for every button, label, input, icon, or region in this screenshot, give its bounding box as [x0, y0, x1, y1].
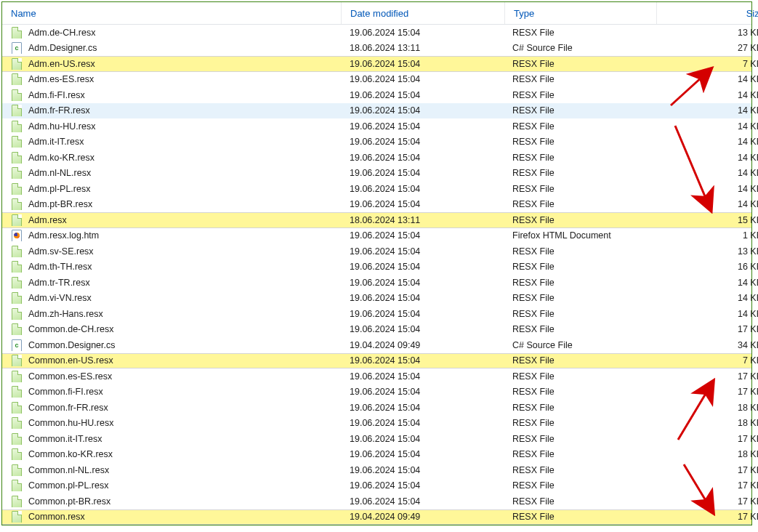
cell-name: Common.pt-BR.resx: [2, 496, 341, 507]
cell-type: RESX File: [504, 512, 655, 522]
cell-date: 19.06.2024 15:04: [341, 278, 504, 288]
cell-name: Adm.sv-SE.resx: [2, 246, 341, 257]
resx-file-icon: [11, 58, 23, 70]
table-row[interactable]: Adm.resx18.06.2024 13:11RESX File15 KB: [2, 212, 751, 228]
file-name: Common.de-CH.resx: [28, 324, 113, 334]
resx-file-icon: [11, 496, 23, 507]
table-row[interactable]: Adm.en-US.resx19.06.2024 15:04RESX File7…: [2, 56, 751, 72]
cell-size: 17 KB: [655, 324, 758, 334]
cell-name: Common.de-CH.resx: [2, 323, 341, 335]
resx-file-icon: [11, 261, 23, 273]
cell-date: 19.06.2024 15:04: [341, 199, 504, 209]
resx-file-icon: [11, 277, 23, 289]
cell-name: Adm.tr-TR.resx: [2, 277, 341, 289]
table-row[interactable]: Adm.fr-FR.resx19.06.2024 15:04RESX File1…: [2, 103, 751, 119]
table-row[interactable]: Adm.ko-KR.resx19.06.2024 15:04RESX File1…: [2, 150, 751, 166]
cell-type: RESX File: [504, 28, 655, 38]
table-row[interactable]: Adm.es-ES.resx19.06.2024 15:04RESX File1…: [2, 72, 751, 88]
file-name: Adm.pl-PL.resx: [28, 184, 90, 194]
cell-type: RESX File: [504, 480, 655, 491]
table-row[interactable]: Adm.th-TH.resx19.06.2024 15:04RESX File1…: [2, 259, 751, 275]
cell-date: 19.06.2024 15:04: [341, 153, 504, 163]
cell-date: 18.06.2024 13:11: [341, 215, 504, 225]
table-row[interactable]: Common.it-IT.resx19.06.2024 15:04RESX Fi…: [2, 431, 751, 447]
file-name: Adm.de-CH.resx: [28, 28, 95, 38]
table-row[interactable]: Common.es-ES.resx19.06.2024 15:04RESX Fi…: [2, 368, 751, 384]
table-row[interactable]: Common.de-CH.resx19.06.2024 15:04RESX Fi…: [2, 322, 751, 338]
cell-date: 19.06.2024 15:04: [341, 230, 504, 241]
table-row[interactable]: Adm.sv-SE.resx19.06.2024 15:04RESX File1…: [2, 243, 751, 259]
cell-size: 14 KB: [655, 74, 758, 84]
cell-date: 19.06.2024 15:04: [341, 28, 504, 38]
cell-date: 19.06.2024 15:04: [341, 137, 504, 147]
table-row[interactable]: Common.fi-FI.resx19.06.2024 15:04RESX Fi…: [2, 384, 751, 400]
cell-size: 14 KB: [655, 309, 758, 319]
table-row[interactable]: Adm.fi-FI.resx19.06.2024 15:04RESX File1…: [2, 87, 751, 103]
table-row[interactable]: Adm.it-IT.resx19.06.2024 15:04RESX File1…: [2, 134, 751, 150]
cell-type: RESX File: [504, 168, 655, 178]
cell-date: 19.04.2024 09:49: [341, 340, 504, 350]
table-row[interactable]: Common.en-US.resx19.06.2024 15:04RESX Fi…: [2, 353, 751, 369]
cell-size: 34 KB: [655, 340, 758, 350]
table-row[interactable]: Adm.Designer.cs18.06.2024 13:11C# Source…: [2, 41, 751, 57]
resx-file-icon: [11, 152, 23, 164]
table-row[interactable]: Common.nl-NL.resx19.06.2024 15:04RESX Fi…: [2, 462, 751, 478]
cell-size: 17 KB: [655, 371, 758, 382]
cell-name: Common.fr-FR.resx: [2, 402, 341, 414]
cell-name: Adm.hu-HU.resx: [2, 121, 341, 132]
table-row[interactable]: Adm.hu-HU.resx19.06.2024 15:04RESX File1…: [2, 118, 751, 134]
table-row[interactable]: Adm.tr-TR.resx19.06.2024 15:04RESX File1…: [2, 275, 751, 291]
file-name: Adm.resx: [28, 215, 67, 225]
table-row[interactable]: Common.hu-HU.resx19.06.2024 15:04RESX Fi…: [2, 416, 751, 432]
cell-date: 19.06.2024 15:04: [341, 355, 504, 366]
cell-type: RESX File: [504, 105, 655, 116]
file-name: Adm.hu-HU.resx: [28, 121, 95, 132]
file-name: Common.ko-KR.resx: [28, 449, 113, 459]
cell-date: 19.06.2024 15:04: [341, 324, 504, 334]
cell-size: 17 KB: [655, 496, 758, 507]
cell-type: RESX File: [504, 121, 655, 132]
cell-name: Adm.fi-FI.resx: [2, 89, 341, 101]
cell-name: Common.resx: [2, 511, 341, 523]
table-row[interactable]: Common.pt-BR.resx19.06.2024 15:04RESX Fi…: [2, 493, 751, 509]
table-row[interactable]: Common.Designer.cs19.04.2024 09:49C# Sou…: [2, 337, 751, 353]
cell-date: 18.06.2024 13:11: [341, 43, 504, 53]
cell-size: 13 KB: [655, 246, 758, 257]
cell-type: RESX File: [504, 355, 655, 366]
column-header-name[interactable]: Name: [2, 2, 342, 24]
table-row[interactable]: Common.resx19.04.2024 09:49RESX File17 K…: [2, 509, 751, 525]
cell-type: RESX File: [504, 434, 655, 444]
cell-name: Common.it-IT.resx: [2, 433, 341, 445]
cell-type: RESX File: [504, 199, 655, 209]
cell-size: 13 KB: [655, 28, 758, 38]
table-row[interactable]: Adm.pl-PL.resx19.06.2024 15:04RESX File1…: [2, 181, 751, 197]
file-name: Adm.es-ES.resx: [28, 74, 94, 84]
cell-name: Adm.it-IT.resx: [2, 136, 341, 148]
cell-name: Common.es-ES.resx: [2, 371, 341, 382]
file-name: Common.pt-BR.resx: [28, 496, 110, 507]
table-row[interactable]: Adm.de-CH.resx19.06.2024 15:04RESX File1…: [2, 25, 751, 41]
file-name: Common.it-IT.resx: [28, 434, 102, 444]
cell-size: 18 KB: [655, 418, 758, 428]
resx-file-icon: [11, 73, 23, 85]
table-row[interactable]: Common.pl-PL.resx19.06.2024 15:04RESX Fi…: [2, 478, 751, 494]
column-header-date[interactable]: Date modified: [342, 2, 505, 24]
cell-type: RESX File: [504, 262, 655, 272]
table-row[interactable]: Adm.pt-BR.resx19.06.2024 15:04RESX File1…: [2, 197, 751, 213]
table-row[interactable]: Common.ko-KR.resx19.06.2024 15:04RESX Fi…: [2, 447, 751, 463]
cell-date: 19.06.2024 15:04: [341, 246, 504, 257]
column-header-size[interactable]: Size: [657, 2, 758, 24]
file-name: Adm.vi-VN.resx: [28, 293, 92, 303]
table-row[interactable]: Adm.zh-Hans.resx19.06.2024 15:04RESX Fil…: [2, 306, 751, 322]
table-row[interactable]: Adm.nl-NL.resx19.06.2024 15:04RESX File1…: [2, 166, 751, 182]
file-name: Adm.nl-NL.resx: [28, 168, 91, 178]
file-name: Adm.en-US.resx: [28, 59, 95, 69]
table-row[interactable]: Adm.resx.log.htm19.06.2024 15:04Firefox …: [2, 228, 751, 244]
table-row[interactable]: Common.fr-FR.resx19.06.2024 15:04RESX Fi…: [2, 400, 751, 416]
cell-type: RESX File: [504, 184, 655, 194]
cell-date: 19.06.2024 15:04: [341, 371, 504, 382]
cell-size: 14 KB: [655, 184, 758, 194]
column-header-type[interactable]: Type: [505, 2, 657, 24]
cell-date: 19.06.2024 15:04: [341, 105, 504, 116]
table-row[interactable]: Adm.vi-VN.resx19.06.2024 15:04RESX File1…: [2, 291, 751, 307]
